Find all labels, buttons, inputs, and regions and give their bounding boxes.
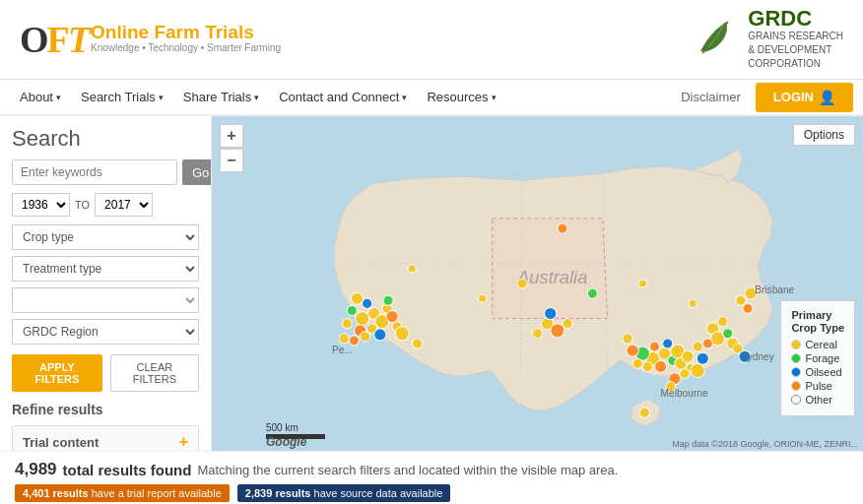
grdc-text-block: GRDC GRAINS RESEARCH& DEVELOPMENTCORPORA… [748, 8, 843, 71]
chevron-down-icon: ▾ [254, 93, 259, 102]
svg-point-6 [355, 311, 368, 325]
year-to-select[interactable]: 2017 [95, 193, 153, 217]
crop-type-select[interactable]: Crop type [12, 224, 199, 250]
nav-item-about[interactable]: About ▾ [10, 80, 71, 114]
results-bar: 4,989 total results found Matching the c… [0, 451, 863, 504]
svg-point-18 [374, 329, 386, 341]
legend-item-oilseed: Oilseed [791, 366, 844, 378]
grdc-region-select[interactable]: GRDC Region [12, 319, 199, 345]
source-data-results-badge: 2,839 results have source data available [237, 484, 451, 502]
map-options-button[interactable]: Options [793, 124, 855, 146]
chevron-down-icon: ▾ [159, 93, 164, 102]
svg-point-51 [723, 329, 733, 339]
svg-point-36 [649, 342, 659, 351]
badge1-count: 4,401 results [23, 487, 89, 499]
sidebar: Search Go 1936 TO 2017 Crop type Treatme… [0, 116, 212, 451]
svg-point-8 [363, 298, 372, 308]
svg-point-16 [342, 319, 352, 329]
zoom-out-button[interactable]: − [220, 149, 243, 172]
logo-oft-block: OFT Online Farm Trials Knowledge • Techn… [20, 21, 281, 58]
svg-point-26 [563, 319, 572, 329]
results-description: Matching the current search filters and … [197, 463, 618, 477]
svg-point-65 [517, 279, 527, 288]
svg-point-12 [347, 305, 357, 315]
chevron-down-icon: ▾ [56, 93, 61, 102]
chevron-down-icon: ▾ [402, 93, 407, 102]
legend-title: PrimaryCrop Type [791, 309, 844, 335]
year-range-row: 1936 TO 2017 [12, 193, 199, 217]
map-container: + − Options Australia [212, 116, 863, 451]
svg-point-41 [627, 345, 638, 356]
grdc-leaf-icon [689, 14, 740, 65]
legend-item-pulse: Pulse [791, 380, 844, 392]
svg-text:Sydney: Sydney [741, 351, 775, 362]
trial-content-box: Trial content + Trial report available 4… [12, 425, 199, 451]
trial-content-header: Trial content + [13, 426, 198, 451]
australia-map-svg: Australia [212, 116, 863, 451]
disclaimer-link[interactable]: Disclaimer [681, 90, 741, 104]
zoom-in-button[interactable]: + [220, 124, 243, 148]
svg-point-32 [642, 361, 652, 371]
svg-point-53 [702, 339, 712, 348]
results-main-row: 4,989 total results found Matching the c… [15, 460, 848, 479]
treatment-type-select[interactable]: Treatment type [12, 256, 199, 282]
map-zoom-controls: + − [220, 124, 243, 172]
svg-point-31 [654, 360, 666, 372]
nav-item-contact[interactable]: Contact and Connect ▾ [269, 80, 417, 114]
svg-point-56 [743, 303, 753, 313]
svg-point-64 [479, 294, 487, 302]
svg-point-13 [351, 292, 363, 304]
svg-point-69 [639, 408, 649, 417]
grdc-tagline: GRAINS RESEARCH& DEVELOPMENTCORPORATION [748, 30, 843, 71]
search-go-button[interactable]: Go [182, 159, 212, 185]
logo-subtitle: Knowledge • Technology • Smarter Farming [91, 41, 281, 54]
grdc-logo-area: GRDC GRAINS RESEARCH& DEVELOPMENTCORPORA… [689, 8, 843, 71]
nav-item-search-trials[interactable]: Search Trials ▾ [71, 80, 173, 114]
apply-filters-button[interactable]: APPLY FILTERS [12, 354, 102, 392]
navigation: About ▾ Search Trials ▾ Share Trials ▾ C… [0, 80, 863, 116]
badge2-count: 2,839 results [245, 487, 311, 499]
year-from-select[interactable]: 1936 [12, 193, 70, 217]
svg-point-27 [545, 307, 557, 319]
svg-point-54 [736, 295, 746, 305]
svg-point-20 [383, 295, 393, 305]
plus-icon[interactable]: + [179, 433, 188, 451]
svg-point-34 [663, 339, 673, 348]
grdc-name: GRDC [748, 8, 843, 30]
main-content: Search Go 1936 TO 2017 Crop type Treatme… [0, 116, 863, 451]
svg-point-24 [532, 329, 542, 339]
to-label: TO [75, 199, 90, 211]
trial-report-results-badge: 4,401 results have a trial report availa… [15, 484, 230, 502]
svg-point-66 [689, 299, 697, 307]
svg-point-42 [693, 342, 702, 351]
logo-oft-letters: OFT [20, 21, 89, 58]
filter-buttons-row: APPLY FILTERS CLEAR FILTERS [12, 354, 199, 392]
svg-point-62 [638, 280, 646, 287]
keyword-search-input[interactable] [12, 159, 177, 185]
badge2-suffix: have source data available [314, 487, 443, 499]
svg-point-63 [587, 288, 597, 298]
svg-point-25 [551, 324, 564, 338]
results-count: 4,989 [15, 460, 57, 479]
empty-select[interactable] [12, 287, 199, 313]
badge1-suffix: have a trial report available [92, 487, 222, 499]
login-button[interactable]: LOGIN 👤 [756, 83, 853, 112]
svg-point-21 [395, 327, 409, 341]
results-badges-row: 4,401 results have a trial report availa… [15, 484, 848, 502]
nav-left: About ▾ Search Trials ▾ Share Trials ▾ C… [10, 80, 506, 114]
svg-point-67 [339, 334, 349, 344]
svg-point-17 [361, 332, 370, 342]
clear-filters-button[interactable]: CLEAR FILTERS [110, 354, 199, 392]
svg-point-61 [408, 265, 416, 273]
svg-point-49 [718, 317, 728, 327]
legend-item-forage: Forage [791, 352, 844, 364]
chevron-down-icon: ▾ [492, 93, 497, 102]
legend-item-cereal: Cereal [791, 339, 844, 350]
refine-results-title: Refine results [12, 402, 199, 417]
logo-text-stack: Online Farm Trials Knowledge • Technolog… [91, 23, 281, 54]
nav-item-resources[interactable]: Resources ▾ [417, 80, 505, 114]
svg-point-43 [697, 352, 708, 364]
nav-item-share-trials[interactable]: Share Trials ▾ [173, 80, 269, 114]
svg-text:Pe...: Pe... [332, 345, 353, 355]
sidebar-search-title: Search [12, 126, 199, 152]
